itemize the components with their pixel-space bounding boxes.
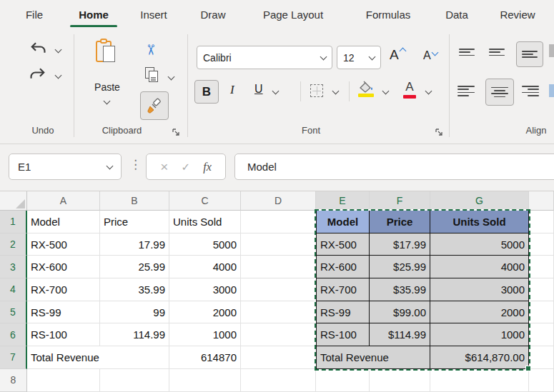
fill-color-chevron-icon[interactable] <box>382 88 390 95</box>
align-left-button[interactable] <box>457 86 475 96</box>
row-header-6[interactable]: 6 <box>0 323 27 346</box>
cell-F6[interactable]: $114.99 <box>370 323 430 346</box>
enter-button[interactable]: ✓ <box>181 161 190 174</box>
paste-label[interactable]: Paste <box>86 81 129 93</box>
col-header-G[interactable]: G <box>430 191 529 211</box>
cell-B5[interactable]: 99 <box>100 301 169 324</box>
cell-H6[interactable] <box>529 323 554 346</box>
bottom-align-button[interactable] <box>516 41 543 67</box>
format-painter-button[interactable] <box>140 91 169 120</box>
tab-home[interactable]: Home <box>71 0 116 29</box>
cell-C1[interactable]: Units Sold <box>169 211 241 233</box>
tab-insert[interactable]: Insert <box>133 0 174 29</box>
cell-H4[interactable] <box>529 278 554 301</box>
cell-G2[interactable]: 5000 <box>430 233 529 256</box>
cell-D7[interactable] <box>241 346 316 369</box>
cell-C8[interactable] <box>169 369 241 392</box>
italic-button[interactable]: I <box>230 83 234 97</box>
cell-A8[interactable] <box>27 369 100 392</box>
cancel-button[interactable]: × <box>160 159 168 175</box>
top-align-button[interactable] <box>459 49 475 56</box>
underline-chevron-icon[interactable] <box>272 88 280 95</box>
row-header-4[interactable]: 4 <box>0 278 27 301</box>
middle-align-button[interactable] <box>489 49 505 56</box>
cell-A2[interactable]: RX-500 <box>27 233 100 256</box>
cell-E6[interactable]: RS-100 <box>316 323 370 346</box>
cell-H7[interactable] <box>529 346 554 369</box>
cell-H3[interactable] <box>529 256 554 278</box>
align-center-button[interactable] <box>485 79 514 106</box>
cell-C5[interactable]: 2000 <box>169 301 241 324</box>
decrease-font-size-button[interactable]: A <box>423 49 436 62</box>
name-box[interactable]: E1 <box>9 154 122 180</box>
col-header-D[interactable]: D <box>241 191 316 211</box>
col-header-F[interactable]: F <box>370 191 430 211</box>
row-header-1[interactable]: 1 <box>0 211 27 233</box>
redo-button[interactable] <box>29 66 47 87</box>
cell-D2[interactable] <box>241 233 316 256</box>
cell-F8[interactable] <box>370 369 430 392</box>
cell-C3[interactable]: 4000 <box>169 256 241 278</box>
cell-C4[interactable]: 3000 <box>169 278 241 301</box>
insert-function-button[interactable]: fx <box>203 161 212 174</box>
cell-E7[interactable]: Total Revenue <box>316 346 430 369</box>
row-header-8[interactable]: 8 <box>0 369 27 392</box>
col-header-A[interactable]: A <box>27 191 100 211</box>
cell-B8[interactable] <box>100 369 169 392</box>
cell-G6[interactable]: 1000 <box>430 323 529 346</box>
copy-button[interactable] <box>145 67 159 83</box>
cell-F5[interactable]: $99.00 <box>370 301 430 324</box>
cell-B1[interactable]: Price <box>100 211 169 233</box>
col-header-E[interactable]: E <box>316 191 370 211</box>
cell-C7[interactable]: 614870 <box>169 346 241 369</box>
cell-E3[interactable]: RX-600 <box>316 256 370 278</box>
cell-H5[interactable] <box>529 301 554 324</box>
row-header-2[interactable]: 2 <box>0 233 27 256</box>
cell-C6[interactable]: 1000 <box>169 323 241 346</box>
cell-G8[interactable] <box>430 369 529 392</box>
fill-color-button[interactable] <box>357 80 375 96</box>
cell-G1[interactable]: Units Sold <box>430 211 529 233</box>
cell-C2[interactable]: 5000 <box>169 233 241 256</box>
cell-G5[interactable]: 2000 <box>430 301 529 324</box>
align-right-button[interactable] <box>522 86 539 96</box>
formula-bar-separator-dots-icon[interactable]: ⋮ <box>129 157 142 172</box>
tab-review[interactable]: Review <box>492 0 543 29</box>
cell-F3[interactable]: $25.99 <box>370 256 430 278</box>
row-header-3[interactable]: 3 <box>0 256 27 278</box>
cell-H1[interactable] <box>529 211 554 233</box>
col-header-H-clipped[interactable] <box>529 191 554 211</box>
undo-button[interactable] <box>29 40 47 61</box>
underline-button[interactable]: U <box>254 83 263 96</box>
font-color-button[interactable]: A <box>403 80 416 94</box>
cut-scissors-icon[interactable]: ✂ <box>142 44 159 56</box>
font-dialog-launcher-icon[interactable] <box>435 127 445 137</box>
cell-D4[interactable] <box>241 278 316 301</box>
cell-A1[interactable]: Model <box>27 211 100 233</box>
cell-D1[interactable] <box>241 211 316 233</box>
cell-G7[interactable]: $614,870.00 <box>430 346 529 369</box>
tab-formulas[interactable]: Formulas <box>355 0 422 29</box>
font-size-combobox[interactable]: 12 <box>337 46 381 69</box>
borders-chevron-icon[interactable] <box>332 88 340 95</box>
cell-F1[interactable]: Price <box>370 211 430 233</box>
tab-data[interactable]: Data <box>437 0 476 29</box>
cell-A5[interactable]: RS-99 <box>27 301 100 324</box>
cell-E2[interactable]: RX-500 <box>316 233 370 256</box>
cell-H8[interactable] <box>529 369 554 392</box>
cell-D6[interactable] <box>241 323 316 346</box>
clipboard-dialog-launcher-icon[interactable] <box>172 127 182 137</box>
row-header-7[interactable]: 7 <box>0 346 27 369</box>
cell-F4[interactable]: $35.99 <box>370 278 430 301</box>
cell-A4[interactable]: RX-700 <box>27 278 100 301</box>
col-header-C[interactable]: C <box>169 191 241 211</box>
cell-F2[interactable]: $17.99 <box>370 233 430 256</box>
select-all-corner[interactable] <box>0 191 27 211</box>
bold-button[interactable]: B <box>194 80 219 104</box>
col-header-B[interactable]: B <box>100 191 169 211</box>
font-color-chevron-icon[interactable] <box>425 88 432 95</box>
cell-E8[interactable] <box>316 369 370 392</box>
paste-button[interactable] <box>96 39 116 64</box>
cell-G3[interactable]: 4000 <box>430 256 529 278</box>
cell-A7[interactable]: Total Revenue <box>27 346 169 369</box>
